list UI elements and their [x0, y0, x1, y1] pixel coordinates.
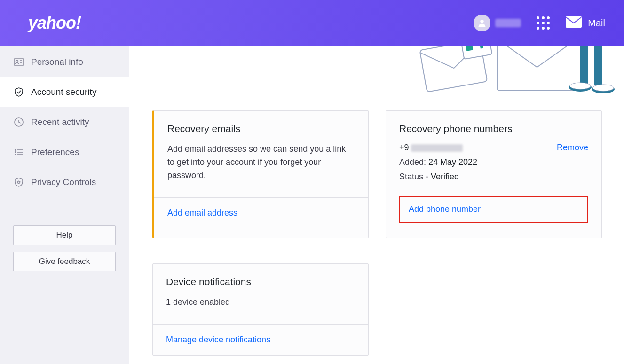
sidebar-item-personal-info[interactable]: Personal info	[0, 47, 129, 77]
sidebar-item-label: Preferences	[31, 147, 79, 157]
header-illustration	[408, 46, 624, 98]
svg-point-25	[593, 85, 614, 91]
svg-rect-1	[566, 16, 582, 28]
mail-label: Mail	[588, 18, 605, 29]
add-email-link[interactable]: Add email address	[167, 208, 237, 217]
sidebar-item-account-security[interactable]: Account security	[0, 77, 129, 107]
card-title: Device notifications	[166, 276, 355, 287]
shield-gear-icon	[13, 177, 24, 188]
id-card-icon	[13, 56, 24, 68]
shield-check-icon	[13, 86, 24, 98]
phone-number: +9	[399, 143, 463, 153]
manage-device-notifications-link[interactable]: Manage device notifications	[166, 335, 270, 344]
username-text	[495, 19, 521, 27]
remove-phone-link[interactable]: Remove	[557, 143, 588, 153]
svg-point-13	[18, 181, 20, 183]
sidebar-item-privacy-controls[interactable]: Privacy Controls	[0, 167, 129, 197]
sidebar: Personal info Account security Recent ac…	[0, 46, 129, 364]
svg-point-9	[15, 154, 16, 155]
svg-point-3	[16, 61, 18, 63]
sidebar-item-recent-activity[interactable]: Recent activity	[0, 107, 129, 137]
svg-point-8	[15, 152, 16, 153]
sidebar-item-label: Personal info	[31, 57, 83, 67]
avatar-icon	[474, 15, 490, 31]
svg-point-7	[15, 149, 16, 151]
card-description: Add email addresses so we can send you a…	[167, 143, 355, 182]
svg-point-0	[481, 20, 484, 23]
card-title: Recovery emails	[167, 123, 355, 134]
header-bar: yahoo! Mail	[0, 0, 624, 46]
yahoo-logo[interactable]: yahoo!	[28, 13, 81, 33]
clock-icon	[13, 116, 24, 128]
mail-link[interactable]: Mail	[565, 16, 605, 31]
recovery-phone-card: Recovery phone numbers +9 Remove Added: …	[386, 110, 602, 238]
phone-added-line: Added: 24 May 2022	[399, 157, 588, 167]
sidebar-item-label: Privacy Controls	[31, 177, 96, 187]
card-title: Recovery phone numbers	[399, 123, 588, 134]
card-description: 1 device enabled	[166, 296, 355, 309]
sidebar-item-label: Recent activity	[31, 117, 89, 127]
help-button[interactable]: Help	[13, 225, 116, 245]
sidebar-item-label: Account security	[31, 87, 96, 97]
svg-rect-21	[497, 46, 577, 91]
add-phone-highlight: Add phone number	[399, 196, 588, 223]
recovery-emails-card: Recovery emails Add email addresses so w…	[152, 110, 369, 238]
give-feedback-button[interactable]: Give feedback	[13, 252, 116, 271]
svg-rect-15	[459, 46, 492, 59]
add-phone-link[interactable]: Add phone number	[409, 204, 481, 214]
phone-number-redacted	[411, 144, 463, 152]
mail-icon	[565, 16, 582, 31]
list-icon	[13, 147, 24, 158]
phone-status-line: Status - Verified	[399, 172, 588, 182]
sidebar-item-preferences[interactable]: Preferences	[0, 137, 129, 167]
svg-point-24	[570, 83, 591, 89]
apps-grid-icon[interactable]	[535, 15, 551, 31]
device-notifications-card: Device notifications 1 device enabled Ma…	[152, 263, 369, 356]
main-content: Recovery emails Add email addresses so w…	[129, 46, 624, 364]
account-menu[interactable]	[474, 15, 521, 31]
